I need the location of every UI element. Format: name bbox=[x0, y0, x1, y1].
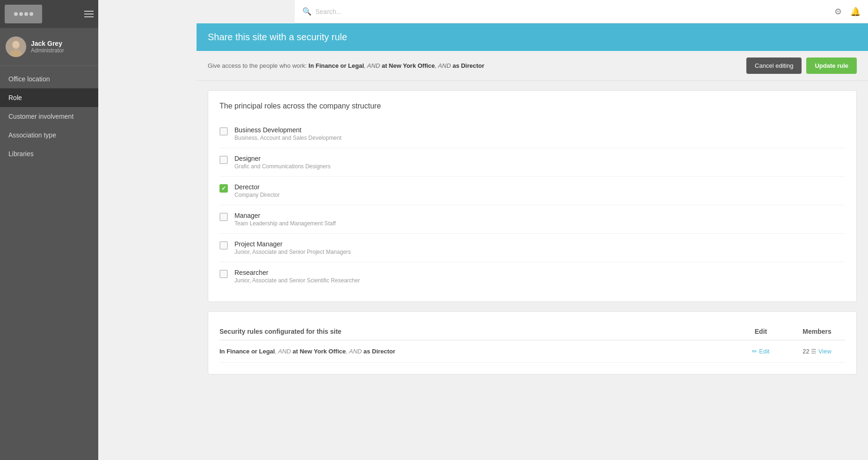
security-table-header: Security rules configurated for this sit… bbox=[219, 323, 845, 340]
search-input-placeholder[interactable]: Search... bbox=[315, 8, 342, 15]
role-desc-director: Company Director bbox=[234, 192, 280, 198]
sidebar-item-customer-involvement[interactable]: Customer involvement bbox=[0, 107, 98, 126]
role-item-director: DerectorCompany Director bbox=[219, 177, 845, 205]
role-info-manager: ManagerTeam Leadership and Management St… bbox=[234, 212, 336, 227]
role-desc-business-development: Business, Account and Sales Development bbox=[234, 135, 342, 141]
cancel-editing-button[interactable]: Cancel editing bbox=[746, 58, 802, 74]
role-item-project-manager: Project ManagerJunior, Associate and Sen… bbox=[219, 234, 845, 262]
col-header-members: Members bbox=[789, 328, 845, 335]
role-info-researcher: ResearcherJunior, Associate and Senior S… bbox=[234, 269, 360, 284]
content-area: The principal roles across the company s… bbox=[197, 81, 868, 384]
sidebar-header bbox=[0, 0, 98, 28]
role-info-designer: DesignerGrafic and Communications Design… bbox=[234, 155, 330, 170]
sidebar-item-role[interactable]: Role bbox=[0, 88, 98, 107]
rule-finance: In Finance or Legal bbox=[308, 62, 364, 69]
main-content: 🔍 Search... ⚙ 🔔 Share this site with a s… bbox=[197, 0, 868, 460]
share-banner-title: Share this site with a security rule bbox=[208, 32, 347, 42]
role-checkbox-project-manager[interactable] bbox=[219, 241, 228, 250]
rule-and-1: , AND bbox=[364, 62, 380, 69]
security-rows: In Finance or Legal, AND at New York Off… bbox=[219, 340, 845, 363]
role-name-project-manager: Project Manager bbox=[234, 240, 351, 248]
search-icon: 🔍 bbox=[302, 7, 312, 16]
role-name-researcher: Researcher bbox=[234, 269, 360, 276]
sidebar-item-office-location[interactable]: Office location bbox=[0, 70, 98, 88]
role-name-director: Derector bbox=[234, 183, 280, 191]
access-prefix: Give access to the people who work: bbox=[208, 62, 307, 69]
search-area[interactable]: 🔍 Search... bbox=[302, 7, 342, 16]
role-checkbox-researcher[interactable] bbox=[219, 270, 228, 278]
role-desc-researcher: Junior, Associate and Senior Scientific … bbox=[234, 277, 360, 284]
rule-text: In Finance or Legal, AND at New York Off… bbox=[219, 348, 733, 355]
role-checkbox-director[interactable] bbox=[219, 184, 228, 193]
role-info-business-development: Business DevelopmentBusiness, Account an… bbox=[234, 126, 342, 141]
security-table: Security rules configurated for this sit… bbox=[219, 323, 845, 363]
sidebar-logo bbox=[5, 5, 42, 23]
members-count: 22 bbox=[802, 348, 811, 355]
role-checkbox-business-development[interactable] bbox=[219, 127, 228, 136]
security-rules-panel: Security rules configurated for this sit… bbox=[208, 311, 857, 374]
hamburger-menu[interactable] bbox=[84, 11, 94, 17]
col-header-edit: Edit bbox=[733, 328, 789, 335]
user-info: Jack Grey Administrator bbox=[31, 40, 64, 54]
role-desc-designer: Grafic and Communications Designers bbox=[234, 163, 330, 170]
access-bar: Give access to the people who work: In F… bbox=[197, 51, 868, 81]
sidebar-item-association-type[interactable]: Association type bbox=[0, 126, 98, 144]
sidebar-item-libraries[interactable]: Libraries bbox=[0, 144, 98, 163]
role-checkbox-manager[interactable] bbox=[219, 213, 228, 221]
members-col: 22 ☰ View bbox=[789, 348, 845, 355]
list-icon: ☰ bbox=[811, 348, 818, 355]
topbar: 🔍 Search... ⚙ 🔔 bbox=[295, 0, 868, 23]
edit-col: ✏Edit bbox=[733, 348, 789, 355]
role-list: Business DevelopmentBusiness, Account an… bbox=[219, 120, 845, 290]
access-rule-text: Give access to the people who work: In F… bbox=[208, 62, 484, 69]
bell-icon[interactable]: 🔔 bbox=[850, 7, 861, 17]
rule-and-2: , AND bbox=[435, 62, 451, 69]
pencil-icon: ✏ bbox=[752, 348, 757, 355]
user-role: Administrator bbox=[31, 47, 64, 54]
role-info-project-manager: Project ManagerJunior, Associate and Sen… bbox=[234, 240, 351, 255]
role-info-director: DerectorCompany Director bbox=[234, 183, 280, 198]
access-bar-actions: Cancel editing Update rule bbox=[746, 58, 857, 74]
topbar-icons: ⚙ 🔔 bbox=[834, 7, 861, 17]
role-item-manager: ManagerTeam Leadership and Management St… bbox=[219, 205, 845, 234]
rule-office: at New York Office bbox=[382, 62, 435, 69]
sidebar: Jack Grey Administrator Office location … bbox=[0, 0, 98, 460]
role-name-manager: Manager bbox=[234, 212, 336, 219]
col-header-rule: Security rules configurated for this sit… bbox=[219, 328, 733, 335]
share-banner: Share this site with a security rule bbox=[197, 23, 868, 51]
avatar bbox=[6, 36, 26, 57]
security-rule-row: In Finance or Legal, AND at New York Off… bbox=[219, 340, 845, 363]
user-profile: Jack Grey Administrator bbox=[0, 28, 98, 66]
role-item-designer: DesignerGrafic and Communications Design… bbox=[219, 148, 845, 177]
role-item-researcher: ResearcherJunior, Associate and Senior S… bbox=[219, 262, 845, 290]
edit-link[interactable]: Edit bbox=[759, 348, 769, 355]
role-checkbox-designer[interactable] bbox=[219, 156, 228, 164]
update-rule-button[interactable]: Update rule bbox=[806, 58, 857, 74]
rule-director: as Director bbox=[452, 62, 484, 69]
role-name-designer: Designer bbox=[234, 155, 330, 162]
gear-icon[interactable]: ⚙ bbox=[834, 7, 842, 17]
user-name: Jack Grey bbox=[31, 40, 64, 47]
role-desc-project-manager: Junior, Associate and Senior Project Man… bbox=[234, 249, 351, 255]
roles-panel-title: The principal roles across the company s… bbox=[219, 102, 845, 110]
roles-panel: The principal roles across the company s… bbox=[208, 90, 857, 302]
view-link[interactable]: View bbox=[818, 348, 832, 355]
sidebar-nav: Office location Role Customer involvemen… bbox=[0, 70, 98, 163]
svg-point-3 bbox=[13, 41, 19, 48]
role-desc-manager: Team Leadership and Management Staff bbox=[234, 220, 336, 227]
role-name-business-development: Business Development bbox=[234, 126, 342, 134]
role-item-business-development: Business DevelopmentBusiness, Account an… bbox=[219, 120, 845, 148]
